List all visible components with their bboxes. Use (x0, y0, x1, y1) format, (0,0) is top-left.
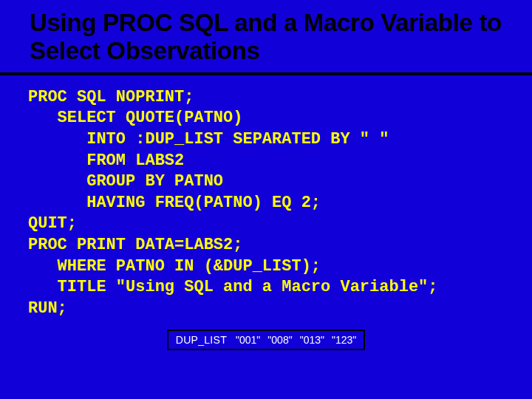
footer: DUP_LIST "001" "008" "013" "123" (24, 330, 508, 350)
dup-list-value: "008" (267, 334, 292, 346)
dup-list-label: DUP_LIST (176, 334, 227, 346)
title-divider (0, 72, 532, 75)
dup-list-box: DUP_LIST "001" "008" "013" "123" (167, 330, 366, 350)
dup-list-value: "123" (332, 334, 356, 346)
code-block: PROC SQL NOPRINT; SELECT QUOTE(PATNO) IN… (24, 87, 508, 320)
dup-list-value: "001" (236, 334, 260, 346)
slide-title: Using PROC SQL and a Macro Variable to S… (24, 9, 508, 72)
dup-list-value: "013" (300, 334, 324, 346)
dup-list-values: "001" "008" "013" "123" (236, 334, 356, 346)
slide: Using PROC SQL and a Macro Variable to S… (0, 0, 532, 399)
